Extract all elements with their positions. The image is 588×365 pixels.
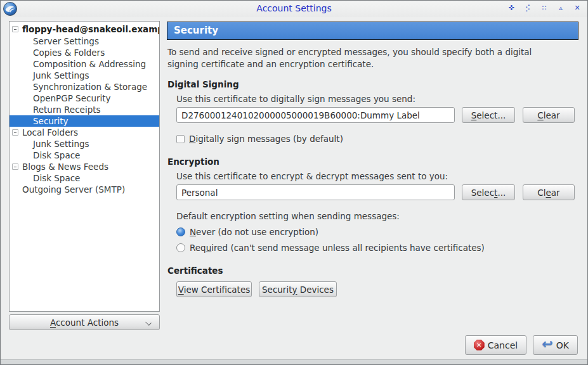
encryption-select-button[interactable]: Select... [462,184,515,200]
signing-clear-button[interactable]: Clear [523,107,575,123]
collapse-expander-icon[interactable] [12,163,18,170]
tree-item-label: Blogs & News Feeds [22,161,108,172]
default-encryption-label: Default encryption setting when sending … [176,211,578,221]
window-title: Account Settings [1,3,587,13]
account-settings-window: Account Settings ✜⡪∷▵✕ floppy-head@snake… [0,0,588,365]
tree-item-composition-addressing[interactable]: Composition & Addressing [10,58,159,70]
radio-required-label: Required (can't send message unless all … [190,243,485,253]
tree-item-label: Security [33,115,68,127]
tree-item-label: Return Receipts [33,104,101,115]
tree-item-label: Disk Space [33,150,80,161]
encryption-heading: Encryption [167,157,578,167]
encryption-cert-input[interactable] [176,184,455,200]
ok-button[interactable]: ↩ OK [533,335,578,355]
tree-item-outgoing-server-smtp-[interactable]: Outgoing Server (SMTP) [10,184,159,195]
tree-item-disk-space[interactable]: Disk Space [10,172,159,184]
tree-item-label: Disk Space [33,172,80,184]
tree-item-blogs-news-feeds[interactable]: Blogs & News Feeds [10,161,159,172]
signing-select-button[interactable]: Select... [462,107,515,123]
digitally-sign-checkbox-row[interactable]: Digitally sign messages (by default) [176,134,578,144]
shade-button[interactable]: ⡪ [523,3,533,13]
certificates-heading: Certificates [167,266,578,276]
cancel-button[interactable]: Cancel [465,335,526,355]
window-frame-bottom [1,359,587,364]
security-panel: Security To send and receive signed or e… [167,22,578,297]
tree-item-floppy-head-snakeoil-examp[interactable]: floppy-head@snakeoil.examp [10,23,159,35]
tree-item-server-settings[interactable]: Server Settings [10,35,159,47]
tree-item-label: Local Folders [22,127,78,138]
tree-item-label: floppy-head@snakeoil.examp [22,23,159,35]
account-tree[interactable]: floppy-head@snakeoil.exampServer Setting… [9,21,160,312]
radio-required-row[interactable]: Required (can't send message unless all … [176,243,578,253]
digital-signing-heading: Digital Signing [167,79,578,89]
tree-item-label: Copies & Folders [33,47,105,58]
tree-item-junk-settings[interactable]: Junk Settings [10,138,159,150]
encryption-clear-button[interactable]: Clear [523,184,575,200]
titlebar: Account Settings ✜⡪∷▵✕ [1,1,587,17]
radio-never-row[interactable]: Never (do not use encryption) [176,227,578,237]
cancel-icon [474,340,485,350]
tree-item-label: Synchronization & Storage [33,81,147,93]
tree-item-synchronization-storage[interactable]: Synchronization & Storage [10,81,159,93]
minimize-button[interactable]: ▵ [556,3,566,13]
tree-item-label: Server Settings [33,35,99,47]
signing-cert-label: Use this certificate to digitally sign m… [176,94,578,104]
menu-button[interactable]: ✜ [506,3,516,13]
close-button[interactable]: ✕ [572,3,582,13]
digitally-sign-checkbox[interactable] [176,135,185,143]
tree-item-label: Junk Settings [33,70,89,81]
radio-required[interactable] [176,243,185,252]
collapse-expander-icon[interactable] [12,26,18,32]
tree-item-local-folders[interactable]: Local Folders [10,127,159,138]
collapse-expander-icon[interactable] [12,129,18,136]
tree-item-disk-space[interactable]: Disk Space [10,150,159,161]
dialog-buttons: Cancel ↩ OK [465,335,578,355]
tree-item-label: OpenPGP Security [33,93,111,104]
tree-item-security[interactable]: Security [10,115,159,127]
radio-never-label: Never (do not use encryption) [190,227,318,237]
tree-item-junk-settings[interactable]: Junk Settings [10,70,159,81]
view-certificates-button[interactable]: View Certificates [176,281,252,297]
chevron-down-icon [146,320,151,325]
account-actions-button[interactable]: Account Actions [9,314,160,330]
maximize-button[interactable]: ∷ [539,3,549,13]
cancel-label: Cancel [488,340,518,350]
tree-item-openpgp-security[interactable]: OpenPGP Security [10,93,159,104]
panel-header: Security [167,22,578,40]
tree-item-label: Junk Settings [33,138,89,150]
signing-cert-input[interactable] [176,107,455,123]
account-actions-label: Account Actions [50,317,119,328]
digitally-sign-label: Digitally sign messages (by default) [189,134,343,144]
radio-never[interactable] [176,227,185,236]
ok-arrow-icon: ↩ [542,338,553,350]
security-devices-button[interactable]: Security Devices [259,281,337,297]
encryption-cert-label: Use this certificate to encrypt & decryp… [176,171,578,181]
tree-item-label: Outgoing Server (SMTP) [22,184,125,195]
intro-text: To send and receive signed or encrypted … [167,46,564,70]
tree-item-return-receipts[interactable]: Return Receipts [10,104,159,115]
tree-item-copies-folders[interactable]: Copies & Folders [10,47,159,58]
ok-label: OK [556,340,569,350]
window-controls: ✜⡪∷▵✕ [506,3,582,13]
tree-item-label: Composition & Addressing [33,58,146,70]
